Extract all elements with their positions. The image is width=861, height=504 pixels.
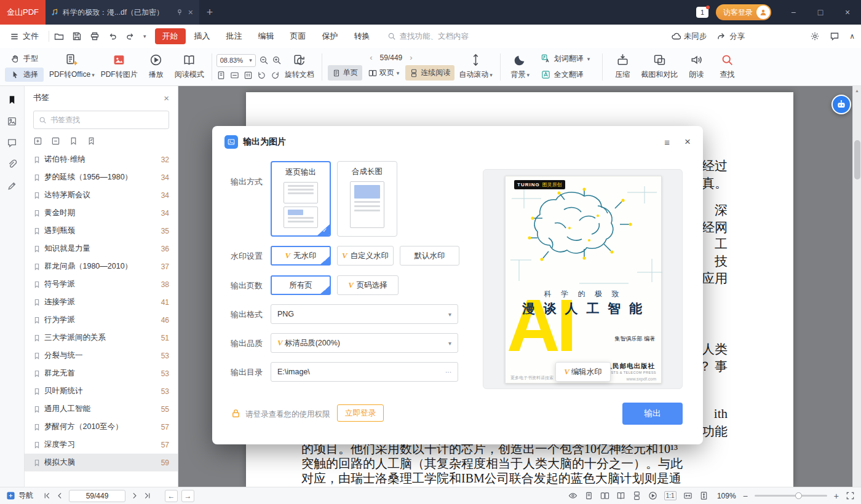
bookmark-item[interactable]: 梦的延续（1956—1980） 34 bbox=[25, 168, 178, 186]
sync-status[interactable]: 未同步 bbox=[671, 31, 707, 42]
menu-tab[interactable]: 转换 bbox=[347, 28, 378, 44]
dialog-menu-icon[interactable]: ≡ bbox=[664, 137, 670, 148]
main-menu-icon[interactable] bbox=[10, 32, 19, 41]
read-aloud-button[interactable]: 朗读 bbox=[681, 50, 712, 84]
dialog-close-icon[interactable]: × bbox=[684, 136, 691, 148]
scrollbar-thumb[interactable] bbox=[854, 140, 860, 179]
zoom-in-icon[interactable] bbox=[272, 55, 282, 65]
bookmark-item[interactable]: 三大学派间的关系 51 bbox=[25, 329, 178, 347]
command-search[interactable]: 查找功能、文档内容 bbox=[387, 31, 469, 42]
print-icon[interactable] bbox=[90, 31, 100, 41]
navigation-button[interactable]: 导航 bbox=[6, 490, 33, 501]
chevron-down-icon[interactable]: ▾ bbox=[143, 33, 146, 39]
forward-arrow-icon[interactable]: → bbox=[181, 490, 194, 502]
page-indicator[interactable]: 59/449 bbox=[380, 53, 403, 62]
collapse-ribbon-icon[interactable]: ∧ bbox=[849, 32, 855, 41]
comments-panel-icon[interactable] bbox=[7, 138, 17, 148]
bookmark-search[interactable] bbox=[33, 111, 169, 129]
pages-all-button[interactable]: 所有页 ✓ bbox=[271, 275, 331, 295]
menu-tab[interactable]: 开始 bbox=[155, 28, 186, 44]
full-translate-button[interactable]: 全文翻译 bbox=[536, 68, 596, 82]
zoom-out-icon[interactable] bbox=[259, 55, 269, 65]
next-page-icon[interactable]: › bbox=[410, 53, 412, 62]
prev-page-icon[interactable] bbox=[56, 492, 64, 500]
bookmark-item[interactable]: 黄金时期 34 bbox=[25, 204, 178, 222]
document-tab[interactable]: 科学的极致：漫...df（已加密） × bbox=[46, 0, 199, 25]
notification-badge[interactable]: 1 bbox=[696, 7, 708, 18]
bookmark-item[interactable]: 贝叶斯统计 53 bbox=[25, 382, 178, 400]
watermark-none-button[interactable]: V 无水印 ✓ bbox=[271, 246, 331, 266]
maximize-button[interactable]: □ bbox=[807, 0, 834, 25]
bookmark-item[interactable]: 深度学习 57 bbox=[25, 436, 178, 454]
save-icon[interactable] bbox=[72, 31, 82, 41]
fit-width-icon[interactable] bbox=[230, 71, 239, 80]
double-page-view-icon[interactable] bbox=[600, 491, 609, 500]
bookmark-item[interactable]: 通用人工智能 55 bbox=[25, 400, 178, 418]
expand-bookmarks-icon[interactable] bbox=[33, 136, 42, 146]
fullscreen-icon[interactable] bbox=[846, 491, 855, 500]
zoom-slider[interactable] bbox=[755, 495, 827, 497]
quality-dropdown[interactable]: V 标清品质(200%) ▾ bbox=[271, 333, 458, 353]
zoom-select[interactable]: 08.83%▾ bbox=[216, 54, 256, 67]
new-tab-button[interactable]: + bbox=[199, 0, 220, 25]
export-button[interactable]: 输出 bbox=[622, 403, 683, 425]
continuous-view-icon[interactable] bbox=[632, 491, 641, 500]
bookmark-item[interactable]: 达特茅斯会议 34 bbox=[25, 186, 178, 204]
menu-tab[interactable]: 批注 bbox=[219, 28, 250, 44]
continuous-read-button[interactable]: 连续阅读 bbox=[405, 65, 454, 81]
menu-tab[interactable]: 插入 bbox=[187, 28, 218, 44]
scroll-up-icon[interactable]: ▲ bbox=[853, 86, 861, 95]
feedback-comment-icon[interactable] bbox=[830, 31, 839, 41]
app-logo-tab[interactable]: 金山PDF bbox=[0, 0, 46, 25]
tab-close-icon[interactable]: × bbox=[187, 7, 194, 17]
watermark-default-button[interactable]: 默认水印 bbox=[400, 246, 459, 266]
zoom-percentage[interactable]: 109% bbox=[715, 492, 736, 500]
actual-size-icon[interactable] bbox=[244, 71, 253, 80]
bookmark-item[interactable]: 行为学派 46 bbox=[25, 311, 178, 329]
zoom-slider-handle[interactable] bbox=[795, 492, 802, 499]
pin-icon[interactable] bbox=[176, 9, 183, 16]
login-now-button[interactable]: 立即登录 bbox=[337, 404, 384, 422]
play-button[interactable]: 播放 bbox=[141, 50, 172, 84]
signature-panel-icon[interactable] bbox=[7, 181, 17, 191]
undo-icon[interactable] bbox=[108, 31, 117, 41]
menu-tab[interactable]: 编辑 bbox=[251, 28, 282, 44]
file-menu[interactable]: 文件 bbox=[23, 31, 39, 42]
book-view-icon[interactable] bbox=[616, 491, 625, 500]
browse-ellipsis-icon[interactable]: ··· bbox=[445, 369, 451, 376]
page-number-input[interactable] bbox=[69, 490, 125, 502]
watermark-custom-button[interactable]: V 自定义水印 bbox=[337, 246, 394, 266]
find-button[interactable]: 查找 bbox=[712, 50, 742, 84]
double-page-button[interactable]: 双页 ▾ bbox=[364, 65, 404, 81]
redo-icon[interactable] bbox=[125, 31, 135, 41]
fit-page-icon[interactable] bbox=[216, 71, 226, 80]
autoplay-icon[interactable] bbox=[648, 491, 657, 500]
thumbnails-panel-icon[interactable] bbox=[7, 116, 17, 127]
attachments-panel-icon[interactable] bbox=[7, 159, 17, 170]
auto-scroll-button[interactable]: 自动滚动▾ bbox=[456, 50, 496, 84]
bookmark-search-input[interactable] bbox=[50, 116, 164, 124]
vertical-scrollbar[interactable]: ▲ bbox=[852, 86, 861, 487]
prev-page-icon[interactable]: ‹ bbox=[370, 53, 372, 62]
bookmark-item[interactable]: 诺伯特·维纳 32 bbox=[25, 151, 178, 168]
background-button[interactable]: 背景▾ bbox=[505, 50, 536, 84]
menu-tab[interactable]: 保护 bbox=[315, 28, 346, 44]
next-page-icon[interactable] bbox=[130, 492, 138, 500]
collapse-bookmarks-icon[interactable] bbox=[51, 136, 60, 146]
directory-input[interactable]: E:\image\ ··· bbox=[271, 362, 458, 382]
gear-icon[interactable] bbox=[810, 31, 820, 41]
close-panel-icon[interactable]: × bbox=[164, 93, 169, 103]
rotate-document-button[interactable]: 旋转文档 bbox=[282, 50, 317, 84]
bookmark-item[interactable]: 符号学派 38 bbox=[25, 275, 178, 293]
assistant-float-button[interactable] bbox=[831, 95, 851, 114]
actual-size-button[interactable]: 1:1 bbox=[664, 491, 676, 500]
minimize-button[interactable]: − bbox=[780, 0, 807, 25]
mode-per-page-card[interactable]: 逐页输出 ✓ bbox=[271, 161, 331, 237]
bookmark-item[interactable]: 连接学派 41 bbox=[25, 293, 178, 311]
bookmarks-panel-icon[interactable] bbox=[7, 95, 17, 105]
eye-protect-icon[interactable] bbox=[568, 491, 577, 500]
share-button[interactable]: 分享 bbox=[716, 31, 745, 42]
mode-long-image-card[interactable]: 合成长图 bbox=[337, 161, 397, 237]
edit-watermark-button[interactable]: V 编辑水印 bbox=[555, 362, 611, 382]
format-dropdown[interactable]: PNG ▾ bbox=[271, 304, 458, 324]
